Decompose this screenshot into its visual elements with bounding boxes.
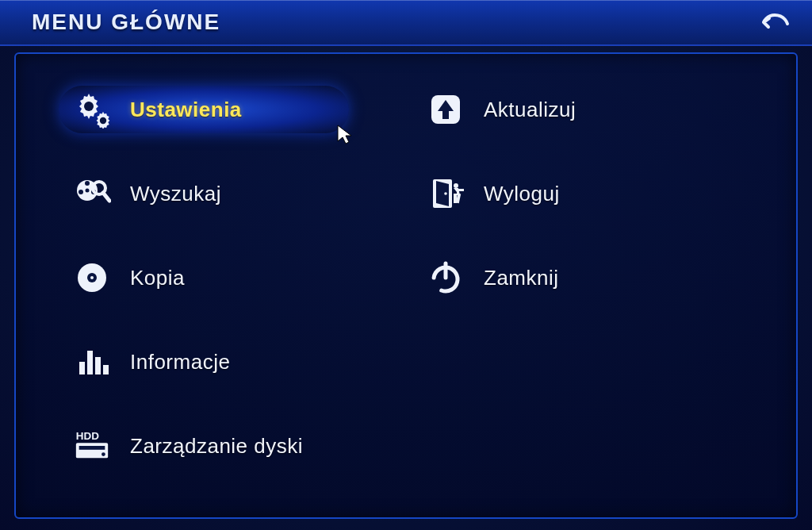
- disc-icon: [73, 259, 111, 297]
- menu-item-search[interactable]: Wyszukaj: [59, 170, 349, 217]
- titlebar: MENU GŁÓWNE: [0, 0, 812, 46]
- menu-item-label: Ustawienia: [130, 98, 242, 122]
- main-menu-screen: MENU GŁÓWNE: [0, 0, 812, 530]
- page-title: MENU GŁÓWNE: [32, 10, 220, 35]
- menu-item-info[interactable]: Informacje: [59, 338, 349, 386]
- menu-item-copy[interactable]: Kopia: [59, 254, 349, 301]
- menu-item-shutdown[interactable]: Zamknij: [412, 254, 703, 301]
- menu-item-label: Kopia: [130, 266, 185, 290]
- menu-item-label: Zarządzanie dyski: [130, 434, 303, 459]
- hdd-icon: HDD: [73, 427, 111, 465]
- svg-rect-18: [79, 446, 105, 450]
- menu-item-update[interactable]: Aktualizuj: [412, 86, 703, 133]
- menu-item-settings[interactable]: Ustawienia: [59, 86, 349, 133]
- menu-item-logout[interactable]: Wyloguj: [412, 170, 703, 217]
- menu-item-disks[interactable]: HDD Zarządzanie dyski: [59, 422, 349, 470]
- svg-point-11: [90, 276, 94, 279]
- menu-item-label: Wyloguj: [484, 182, 560, 206]
- bars-icon: [73, 343, 111, 381]
- svg-point-1: [100, 117, 106, 124]
- svg-point-19: [102, 452, 105, 456]
- svg-point-0: [84, 102, 94, 111]
- search-reel-icon: [73, 175, 111, 213]
- svg-rect-14: [95, 357, 101, 374]
- menu-item-label: Aktualizuj: [484, 98, 576, 122]
- power-icon: [427, 259, 465, 297]
- upload-icon: [427, 90, 465, 129]
- svg-point-6: [86, 189, 90, 193]
- svg-line-8: [103, 193, 109, 201]
- logout-door-icon: [427, 175, 465, 213]
- menu-item-label: Wyszukaj: [130, 182, 221, 206]
- menu-grid: Ustawienia Wyszuka: [59, 86, 753, 470]
- back-arrow-icon: [759, 10, 791, 34]
- svg-point-24: [454, 183, 458, 188]
- svg-point-23: [444, 192, 447, 195]
- svg-rect-13: [87, 351, 93, 374]
- svg-text:HDD: HDD: [76, 430, 99, 442]
- svg-rect-12: [79, 362, 85, 374]
- svg-rect-15: [103, 365, 109, 374]
- menu-item-label: Zamknij: [484, 266, 559, 290]
- svg-rect-27: [458, 189, 464, 191]
- svg-point-4: [79, 190, 83, 194]
- menu-item-label: Informacje: [130, 350, 230, 374]
- content-frame: Ustawienia Wyszuka: [14, 52, 798, 519]
- menu-col-left: Ustawienia Wyszuka: [59, 86, 349, 470]
- back-button[interactable]: [756, 8, 793, 36]
- gears-icon: [73, 90, 111, 129]
- menu-col-right: Aktualizuj: [412, 86, 703, 470]
- svg-point-3: [85, 181, 90, 186]
